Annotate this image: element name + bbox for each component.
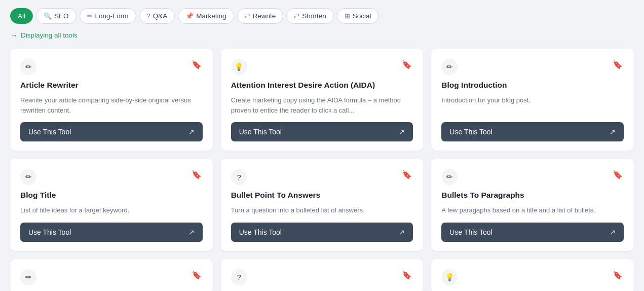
long-form-tab-icon: ✏ — [87, 12, 93, 20]
seo-tab-label: SEO — [54, 12, 69, 20]
card-icon-blog-intro: ✏ — [441, 59, 458, 75]
shorten-tab-icon: ⇄ — [294, 12, 299, 20]
card-header-partial-2: 💡 🔖 — [441, 269, 624, 285]
marketing-tab-icon: 📌 — [185, 12, 194, 20]
tool-card-blog-intro: ✏ 🔖 Blog Introduction Introduction for y… — [431, 49, 634, 151]
use-tool-button-blog-title[interactable]: Use This Tool ↗ — [20, 223, 203, 242]
card-icon-bullet-point-answers: ? — [231, 169, 247, 185]
filter-bar: All🔍SEO✏Long-Form?Q&A📌Marketing⇄Rewrite⇄… — [10, 8, 634, 24]
bookmark-icon-blog-title[interactable]: 🔖 — [191, 169, 203, 180]
tool-card-partial-partial-3: 💡 🔖 — [431, 259, 634, 291]
card-icon-blog-title: ✏ — [20, 169, 36, 185]
filter-tab-social[interactable]: ⊞Social — [337, 8, 379, 24]
bookmark-icon-partial-0[interactable]: 🔖 — [191, 269, 203, 281]
card-icon-bullets-to-paragraphs: ✏ — [441, 169, 458, 185]
use-tool-label-bullet-point-answers: Use This Tool — [239, 228, 282, 236]
bookmark-icon-aida[interactable]: 🔖 — [401, 59, 413, 70]
card-title-bullets-to-paragraphs: Bullets To Paragraphs — [441, 190, 624, 200]
card-desc-article-rewriter: Rewrite your article comparing side-by-s… — [20, 95, 203, 115]
bookmark-icon-article-rewriter[interactable]: 🔖 — [191, 59, 203, 70]
use-tool-button-bullet-point-answers[interactable]: Use This Tool ↗ — [231, 223, 413, 242]
use-tool-label-blog-intro: Use This Tool — [449, 128, 492, 136]
social-tab-icon: ⊞ — [345, 12, 350, 20]
filter-tab-rewrite[interactable]: ⇄Rewrite — [237, 8, 284, 24]
use-tool-button-article-rewriter[interactable]: Use This Tool ↗ — [20, 122, 203, 141]
use-tool-button-bullets-to-paragraphs[interactable]: Use This Tool ↗ — [441, 223, 624, 242]
card-icon-partial-1: ? — [231, 269, 247, 285]
use-tool-label-bullets-to-paragraphs: Use This Tool — [449, 228, 492, 236]
external-link-icon-bullet-point-answers: ↗ — [399, 228, 405, 236]
card-header-blog-intro: ✏ 🔖 — [441, 59, 624, 75]
use-tool-label-aida: Use This Tool — [239, 128, 282, 136]
tools-grid-row2: ✏ 🔖 Blog Title List of title ideas for a… — [10, 159, 634, 251]
use-tool-label-article-rewriter: Use This Tool — [28, 128, 71, 136]
qna-tab-label: Q&A — [153, 12, 168, 20]
card-header-blog-title: ✏ 🔖 — [20, 169, 203, 185]
external-link-icon-bullets-to-paragraphs: ↗ — [610, 228, 616, 236]
external-link-icon-article-rewriter: ↗ — [188, 128, 195, 136]
tools-grid-partial: ✏ 🔖 ? 🔖 💡 🔖 — [10, 259, 634, 291]
card-title-blog-title: Blog Title — [20, 190, 203, 200]
all-tab-label: All — [18, 12, 25, 20]
tool-card-partial-partial-2: ? 🔖 — [221, 259, 424, 291]
card-desc-bullets-to-paragraphs: A few paragaphs based on a title and a l… — [441, 205, 624, 215]
card-icon-partial-0: ✏ — [20, 269, 36, 285]
card-title-article-rewriter: Article Rewriter — [20, 80, 203, 90]
qna-tab-icon: ? — [147, 12, 150, 20]
card-desc-blog-intro: Introduction for your blog post. — [441, 95, 624, 115]
tool-card-partial-partial-1: ✏ 🔖 — [10, 259, 213, 291]
tool-card-aida: 💡 🔖 Attention Interest Desire Action (AI… — [221, 49, 424, 151]
bookmark-icon-partial-2[interactable]: 🔖 — [612, 269, 624, 281]
external-link-icon-blog-intro: ↗ — [610, 128, 616, 136]
card-title-bullet-point-answers: Bullet Point To Answers — [231, 190, 413, 200]
rewrite-tab-icon: ⇄ — [245, 12, 250, 20]
rewrite-tab-label: Rewrite — [253, 12, 276, 20]
tool-card-blog-title: ✏ 🔖 Blog Title List of title ideas for a… — [10, 159, 213, 251]
card-header-article-rewriter: ✏ 🔖 — [20, 59, 203, 75]
filter-tab-shorten[interactable]: ⇄Shorten — [286, 8, 333, 24]
card-header-bullets-to-paragraphs: ✏ 🔖 — [441, 169, 624, 185]
marketing-tab-label: Marketing — [196, 12, 226, 20]
card-header-partial-0: ✏ 🔖 — [20, 269, 203, 285]
bookmark-icon-partial-1[interactable]: 🔖 — [401, 269, 413, 281]
card-title-blog-intro: Blog Introduction — [441, 80, 624, 90]
card-header-aida: 💡 🔖 — [231, 59, 413, 75]
bookmark-icon-blog-intro[interactable]: 🔖 — [612, 59, 624, 70]
display-notice-text: Displaying all tools — [21, 31, 78, 39]
seo-tab-icon: 🔍 — [44, 12, 52, 20]
tool-card-bullets-to-paragraphs: ✏ 🔖 Bullets To Paragraphs A few paragaph… — [431, 159, 634, 251]
tool-card-bullet-point-answers: ? 🔖 Bullet Point To Answers Turn a quest… — [221, 159, 424, 251]
social-tab-label: Social — [353, 12, 371, 20]
card-desc-blog-title: List of title ideas for a target keyword… — [20, 205, 203, 215]
use-tool-button-blog-intro[interactable]: Use This Tool ↗ — [441, 122, 624, 141]
long-form-tab-label: Long-Form — [95, 12, 129, 20]
filter-tab-seo[interactable]: 🔍SEO — [36, 8, 77, 24]
card-header-bullet-point-answers: ? 🔖 — [231, 169, 413, 185]
tools-grid: ✏ 🔖 Article Rewriter Rewrite your articl… — [10, 49, 634, 151]
card-icon-aida: 💡 — [231, 59, 247, 75]
card-desc-bullet-point-answers: Turn a question into a bulleted list of … — [231, 205, 413, 215]
card-title-aida: Attention Interest Desire Action (AIDA) — [231, 80, 413, 90]
shorten-tab-label: Shorten — [302, 12, 326, 20]
use-tool-label-blog-title: Use This Tool — [28, 228, 71, 236]
filter-tab-marketing[interactable]: 📌Marketing — [178, 8, 234, 24]
filter-tab-long-form[interactable]: ✏Long-Form — [80, 8, 136, 24]
card-header-partial-1: ? 🔖 — [231, 269, 413, 285]
card-icon-article-rewriter: ✏ — [20, 59, 36, 75]
display-notice: → Displaying all tools — [10, 31, 634, 40]
external-link-icon-aida: ↗ — [399, 128, 405, 136]
use-tool-button-aida[interactable]: Use This Tool ↗ — [231, 122, 413, 141]
bookmark-icon-bullets-to-paragraphs[interactable]: 🔖 — [612, 169, 624, 180]
arrow-icon: → — [10, 31, 18, 40]
bookmark-icon-bullet-point-answers[interactable]: 🔖 — [401, 169, 413, 180]
card-desc-aida: Create marketing copy using the AIDA for… — [231, 95, 413, 115]
filter-tab-qna[interactable]: ?Q&A — [139, 8, 175, 24]
filter-tab-all[interactable]: All — [10, 8, 33, 24]
card-icon-partial-2: 💡 — [441, 269, 458, 285]
tool-card-article-rewriter: ✏ 🔖 Article Rewriter Rewrite your articl… — [10, 49, 213, 151]
external-link-icon-blog-title: ↗ — [188, 228, 195, 236]
